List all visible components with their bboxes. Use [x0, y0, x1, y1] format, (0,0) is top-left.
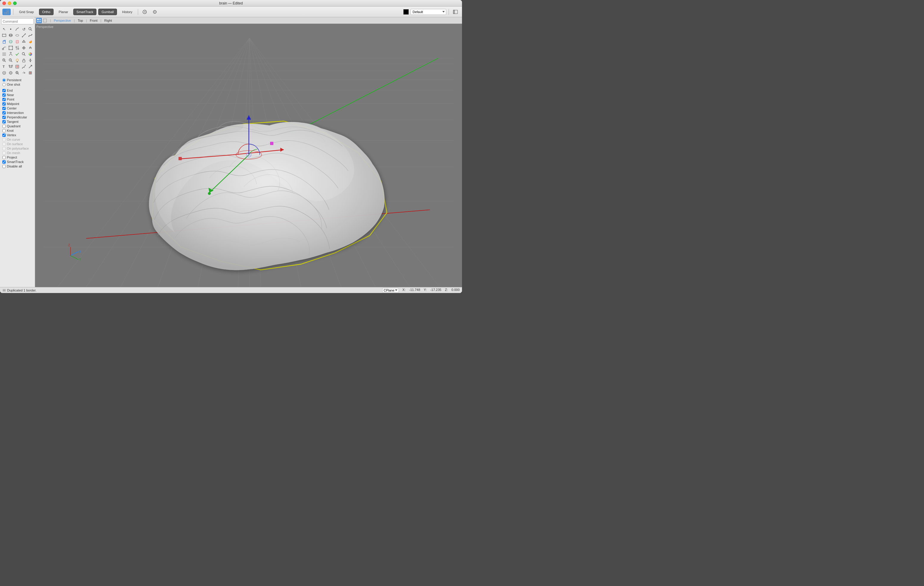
y-label: Y:	[424, 288, 427, 293]
annotate-tool[interactable]	[21, 64, 27, 69]
transform-tool[interactable]	[21, 45, 27, 51]
snap-smarttrack[interactable]: SmartTrack	[2, 160, 33, 164]
svg-rect-27	[3, 41, 5, 43]
snap-on-mesh[interactable]: On mesh	[2, 151, 33, 155]
minimize-button[interactable]	[8, 2, 11, 5]
line-tool[interactable]	[21, 33, 27, 38]
svg-point-35	[16, 43, 18, 43]
section2-tool[interactable]	[14, 64, 20, 69]
cplane-button[interactable]: CPlane	[382, 288, 399, 293]
sphere2-tool[interactable]	[8, 70, 14, 76]
snap-end[interactable]: End	[2, 89, 33, 92]
magnify-tool[interactable]	[1, 58, 7, 63]
statusbar-message: Duplicated 1 border.	[2, 288, 379, 292]
snap-quadrant[interactable]: Quadrant	[2, 124, 33, 128]
layer-color-swatch[interactable]	[403, 9, 409, 15]
arrow-end-tool[interactable]	[27, 64, 33, 69]
snap-vertex[interactable]: Vertex	[2, 133, 33, 137]
sphere-tool[interactable]	[8, 39, 14, 44]
grid-snap-button[interactable]: Grid Snap	[16, 8, 37, 15]
target-button[interactable]	[151, 8, 159, 15]
command-input[interactable]	[1, 18, 34, 25]
close-button[interactable]	[2, 2, 6, 5]
snap-mode-group: Persistent One shot	[2, 78, 33, 86]
edit-pt-tool[interactable]	[1, 45, 7, 51]
ortho-button[interactable]: Ortho	[39, 8, 54, 15]
one-shot-radio[interactable]: One shot	[2, 83, 33, 86]
tab-top[interactable]: Top	[76, 18, 85, 23]
curve-tool[interactable]	[14, 26, 20, 32]
snap-on-curve[interactable]: On curve	[2, 138, 33, 141]
mesh-tool-small[interactable]	[21, 39, 27, 44]
snap-center[interactable]: Center	[2, 107, 33, 110]
snap-tangent[interactable]: Tangent	[2, 120, 33, 123]
lasso-tool[interactable]	[14, 33, 20, 38]
gumball-button[interactable]: Gumball	[98, 8, 117, 15]
snap-on-surface[interactable]: On surface	[2, 142, 33, 146]
rect-tool[interactable]	[1, 33, 7, 38]
zoom-tool[interactable]	[27, 26, 33, 32]
maximize-button[interactable]	[13, 2, 16, 5]
layer-dropdown[interactable]: Default	[411, 9, 446, 15]
viewport-single-icon[interactable]	[42, 18, 48, 23]
snap-midpoint[interactable]: Midpoint	[2, 102, 33, 105]
grid-rows-tool[interactable]	[1, 51, 7, 57]
cylinder-tool[interactable]	[14, 39, 20, 44]
select-tool[interactable]	[1, 26, 7, 32]
svg-text:Y: Y	[79, 258, 81, 262]
color-wheel-tool[interactable]	[27, 51, 33, 57]
statusbar: Duplicated 1 border. CPlane X: -11.748 Y…	[0, 287, 462, 293]
snap-project[interactable]: Project	[2, 156, 33, 159]
snap-near[interactable]: Near	[2, 93, 33, 97]
toolbar-sep-3	[449, 9, 449, 15]
svg-point-47	[16, 46, 17, 48]
viewport-3d[interactable]: Perspective	[35, 24, 462, 287]
circle-dot-tool[interactable]	[1, 70, 7, 76]
tab-perspective[interactable]: Perspective	[52, 18, 73, 23]
lock2-tool[interactable]	[21, 58, 27, 63]
zoom-circle-tool[interactable]	[14, 70, 20, 76]
smarttrack-button[interactable]: SmartTrack	[73, 8, 96, 15]
move2-tool[interactable]	[21, 70, 27, 76]
snap-perpendicular[interactable]: Perpendicular	[2, 115, 33, 119]
viewport-perspective-label: Perspective	[36, 25, 53, 28]
sidebar-toggle-button[interactable]	[451, 8, 460, 15]
tab-front[interactable]: Front	[88, 18, 99, 23]
history-button[interactable]: History	[119, 8, 135, 15]
snap-on-polysurface[interactable]: On polysurface	[2, 146, 33, 150]
dim-tool[interactable]	[8, 64, 14, 69]
text-3d-tool[interactable]: T	[1, 64, 7, 69]
point-tool[interactable]	[8, 26, 14, 32]
check-tool[interactable]	[14, 51, 20, 57]
snap-point[interactable]: Point	[2, 97, 33, 101]
workspace-icon-button[interactable]	[2, 8, 11, 15]
edit-surface-tool[interactable]	[8, 45, 14, 51]
flame-tool[interactable]	[27, 39, 33, 44]
search-tool[interactable]	[21, 51, 27, 57]
svg-point-31	[9, 41, 12, 42]
rotate-tool[interactable]	[21, 26, 27, 32]
planar-button[interactable]: Planar	[55, 8, 71, 15]
go-back-button[interactable]	[140, 8, 149, 15]
box-3d-tool[interactable]	[1, 39, 7, 44]
snap-disable-all[interactable]: Disable all	[2, 165, 33, 168]
cage-edit-tool[interactable]	[27, 70, 33, 76]
spline-tool[interactable]	[27, 33, 33, 38]
y-value: -17.235	[430, 288, 441, 293]
svg-point-83	[4, 72, 5, 74]
layer-selector: Default	[403, 9, 446, 15]
svg-point-66	[16, 59, 18, 61]
viewport-grid-icon[interactable]	[36, 18, 42, 23]
snap-knot[interactable]: Knot	[2, 129, 33, 132]
arrows-tool[interactable]	[27, 58, 33, 63]
control-pt-tool[interactable]	[8, 51, 14, 57]
tab-right[interactable]: Right	[102, 18, 114, 23]
circle-tool[interactable]	[8, 33, 14, 38]
select-filter-tool[interactable]	[14, 45, 20, 51]
snap-intersection[interactable]: Intersection	[2, 111, 33, 115]
bulb-tool[interactable]	[14, 58, 20, 63]
cplane-chevron	[395, 290, 398, 291]
zoom-out-tool[interactable]	[8, 58, 14, 63]
persistent-radio[interactable]: Persistent	[2, 78, 33, 82]
more-tool[interactable]	[27, 45, 33, 51]
